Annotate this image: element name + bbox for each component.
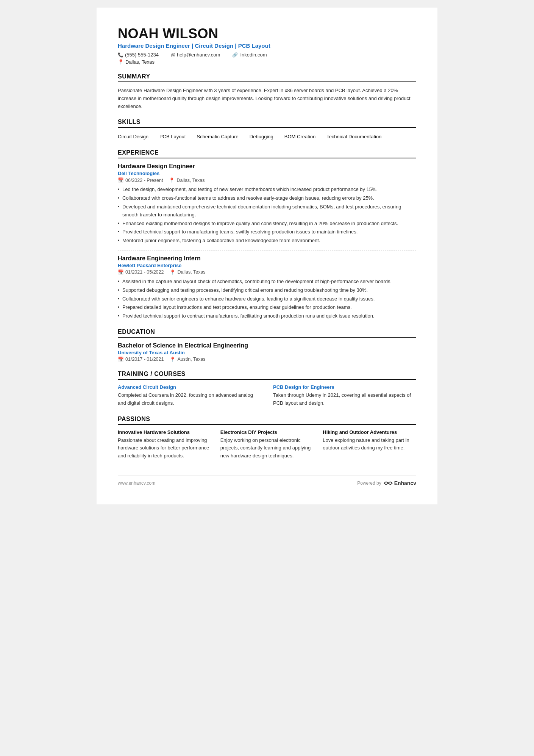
passions-grid: Innovative Hardware Solutions Passionate… bbox=[118, 429, 416, 460]
contact-row: 📞 (555) 555-1234 @ help@enhancv.com 🔗 li… bbox=[118, 52, 416, 58]
job-2-company: Hewlett Packard Enterprise bbox=[118, 263, 416, 268]
passion-2-title: Electronics DIY Projects bbox=[220, 429, 314, 435]
training-1-desc: Completed at Coursera in 2022, focusing … bbox=[118, 391, 261, 407]
passion-2-desc: Enjoy working on personal electronic pro… bbox=[220, 437, 314, 460]
training-2-title: PCB Design for Engineers bbox=[273, 384, 416, 390]
bullet-item: Supported debugging and testing processe… bbox=[118, 286, 416, 294]
resume-page: NOAH WILSON Hardware Design Engineer | C… bbox=[97, 8, 437, 504]
location-icon: 📍 bbox=[118, 59, 124, 65]
enhancv-brand-name: Enhancv bbox=[394, 480, 416, 486]
bullet-item: Developed and maintained comprehensive t… bbox=[118, 203, 416, 219]
skills-row: Circuit Design PCB Layout Schematic Capt… bbox=[118, 132, 416, 141]
education-title: EDUCATION bbox=[118, 329, 416, 338]
passions-section: PASSIONS Innovative Hardware Solutions P… bbox=[118, 416, 416, 460]
job-2: Hardware Engineering Intern Hewlett Pack… bbox=[118, 255, 416, 320]
email-icon: @ bbox=[171, 52, 175, 58]
footer: www.enhancv.com Powered by Enhancv bbox=[118, 475, 416, 486]
bullet-item: Provided technical support to manufactur… bbox=[118, 228, 416, 236]
phone-contact: 📞 (555) 555-1234 bbox=[118, 52, 159, 58]
bullet-item: Provided technical support to contract m… bbox=[118, 312, 416, 320]
location-row: 📍 Dallas, Texas bbox=[118, 59, 416, 65]
location-icon-2: 📍 bbox=[170, 269, 176, 275]
job-1-bullets: Led the design, development, and testing… bbox=[118, 186, 416, 245]
edu-degree: Bachelor of Science in Electrical Engine… bbox=[118, 342, 416, 349]
bullet-item: Led the design, development, and testing… bbox=[118, 186, 416, 194]
job-2-meta: 📅 01/2021 - 05/2022 📍 Dallas, Texas bbox=[118, 269, 416, 275]
footer-url: www.enhancv.com bbox=[118, 481, 155, 486]
passion-item-3: Hiking and Outdoor Adventures Love explo… bbox=[323, 429, 416, 460]
job-1: Hardware Design Engineer Dell Technologi… bbox=[118, 163, 416, 245]
summary-title: SUMMARY bbox=[118, 73, 416, 82]
linkedin-contact: 🔗 linkedin.com bbox=[232, 52, 267, 58]
training-item-1: Advanced Circuit Design Completed at Cou… bbox=[118, 384, 261, 407]
location-icon-1: 📍 bbox=[169, 177, 175, 183]
calendar-icon-edu: 📅 bbox=[118, 357, 124, 362]
training-title: TRAINING / COURSES bbox=[118, 371, 416, 380]
passion-3-desc: Love exploring nature and taking part in… bbox=[323, 437, 416, 452]
edu-location: 📍 Austin, Texas bbox=[170, 357, 205, 362]
passion-item-1: Innovative Hardware Solutions Passionate… bbox=[118, 429, 211, 460]
bullet-item: Assisted in the capture and layout check… bbox=[118, 278, 416, 286]
linkedin-url: linkedin.com bbox=[239, 52, 267, 58]
calendar-icon-1: 📅 bbox=[118, 177, 124, 183]
summary-text: Passionate Hardware Design Engineer with… bbox=[118, 87, 416, 110]
skill-pcb-layout: PCB Layout bbox=[154, 132, 191, 141]
job-1-company: Dell Technologies bbox=[118, 171, 416, 176]
email-contact: @ help@enhancv.com bbox=[171, 52, 220, 58]
powered-by-label: Powered by bbox=[357, 481, 381, 486]
job-1-location: 📍 Dallas, Texas bbox=[169, 177, 205, 183]
job-2-location: 📍 Dallas, Texas bbox=[170, 269, 205, 275]
candidate-title: Hardware Design Engineer | Circuit Desig… bbox=[118, 42, 416, 49]
passion-1-title: Innovative Hardware Solutions bbox=[118, 429, 211, 435]
training-section: TRAINING / COURSES Advanced Circuit Desi… bbox=[118, 371, 416, 407]
skills-title: SKILLS bbox=[118, 119, 416, 128]
training-2-desc: Taken through Udemy in 2021, covering al… bbox=[273, 391, 416, 407]
candidate-name: NOAH WILSON bbox=[118, 26, 416, 42]
bullet-item: Mentored junior engineers, fostering a c… bbox=[118, 237, 416, 245]
location-icon-edu: 📍 bbox=[170, 357, 176, 362]
edu-meta: 📅 01/2017 - 01/2021 📍 Austin, Texas bbox=[118, 357, 416, 362]
enhancv-logo-icon bbox=[384, 480, 393, 486]
experience-section: EXPERIENCE Hardware Design Engineer Dell… bbox=[118, 149, 416, 320]
skill-schematic-capture: Schematic Capture bbox=[191, 132, 244, 141]
job-divider bbox=[118, 250, 416, 250]
job-2-title: Hardware Engineering Intern bbox=[118, 255, 416, 262]
bullet-item: Prepared detailed layout instructions an… bbox=[118, 304, 416, 311]
passions-title: PASSIONS bbox=[118, 416, 416, 425]
job-2-bullets: Assisted in the capture and layout check… bbox=[118, 278, 416, 320]
bullet-item: Collaborated with senior engineers to en… bbox=[118, 295, 416, 303]
skills-section: SKILLS Circuit Design PCB Layout Schemat… bbox=[118, 119, 416, 141]
job-1-dates: 📅 06/2022 - Present bbox=[118, 177, 163, 183]
bullet-item: Collaborated with cross-functional teams… bbox=[118, 194, 416, 202]
skill-bom-creation: BOM Creation bbox=[279, 132, 321, 141]
passion-1-desc: Passionate about creating and improving … bbox=[118, 437, 211, 460]
email-address: help@enhancv.com bbox=[177, 52, 220, 58]
phone-number: (555) 555-1234 bbox=[125, 52, 159, 58]
phone-icon: 📞 bbox=[118, 52, 123, 58]
passion-3-title: Hiking and Outdoor Adventures bbox=[323, 429, 416, 435]
experience-title: EXPERIENCE bbox=[118, 149, 416, 158]
enhancv-logo: Enhancv bbox=[384, 480, 416, 486]
skill-technical-documentation: Technical Documentation bbox=[321, 132, 387, 141]
skill-circuit-design: Circuit Design bbox=[118, 132, 154, 141]
job-2-dates: 📅 01/2021 - 05/2022 bbox=[118, 269, 164, 275]
passion-item-2: Electronics DIY Projects Enjoy working o… bbox=[220, 429, 314, 460]
calendar-icon-2: 📅 bbox=[118, 269, 124, 275]
edu-school: University of Texas at Austin bbox=[118, 350, 416, 355]
education-section: EDUCATION Bachelor of Science in Electri… bbox=[118, 329, 416, 362]
job-1-meta: 📅 06/2022 - Present 📍 Dallas, Texas bbox=[118, 177, 416, 183]
training-1-title: Advanced Circuit Design bbox=[118, 384, 261, 390]
bullet-item: Enhanced existing motherboard designs to… bbox=[118, 220, 416, 228]
linkedin-icon: 🔗 bbox=[232, 52, 238, 58]
job-1-title: Hardware Design Engineer bbox=[118, 163, 416, 170]
training-item-2: PCB Design for Engineers Taken through U… bbox=[273, 384, 416, 407]
header: NOAH WILSON Hardware Design Engineer | C… bbox=[118, 26, 416, 65]
skill-debugging: Debugging bbox=[244, 132, 279, 141]
edu-dates: 📅 01/2017 - 01/2021 bbox=[118, 357, 164, 362]
summary-section: SUMMARY Passionate Hardware Design Engin… bbox=[118, 73, 416, 110]
footer-powered: Powered by Enhancv bbox=[357, 480, 416, 486]
location-text: Dallas, Texas bbox=[125, 59, 155, 65]
training-grid: Advanced Circuit Design Completed at Cou… bbox=[118, 384, 416, 407]
